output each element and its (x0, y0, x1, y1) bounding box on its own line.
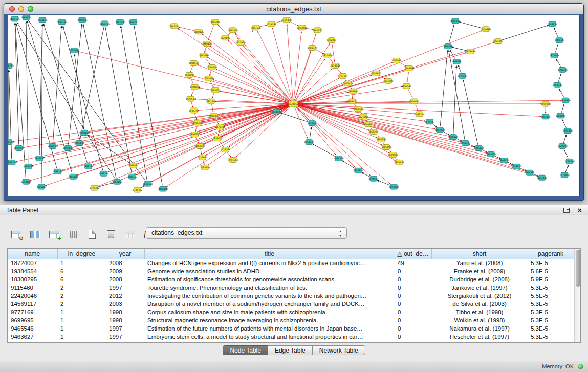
graph-node[interactable]: 1921536 (251, 25, 261, 30)
table-cell[interactable]: 2003 (106, 300, 144, 308)
graph-node[interactable]: 1806472 (347, 99, 357, 104)
table-cell[interactable]: 9699695 (8, 316, 57, 324)
rows-icon[interactable] (67, 229, 79, 240)
graph-node[interactable]: 1843036 (185, 72, 195, 77)
table-cell[interactable]: 2008 (106, 275, 144, 283)
graph-node[interactable]: 1906334 (557, 67, 568, 72)
graph-node[interactable]: 1853158 (143, 181, 153, 186)
graph-node[interactable]: 1906321 (448, 135, 459, 140)
graph-node[interactable]: 1906154 (68, 174, 78, 179)
graph-node[interactable]: 1224188 (266, 21, 276, 27)
graph-node[interactable]: 1724052 (288, 101, 298, 107)
graph-node[interactable]: 1835022 (210, 87, 221, 93)
graph-node[interactable]: 1986420 (202, 41, 212, 47)
table-cell[interactable]: 6 (57, 275, 106, 283)
table-cell[interactable]: Corpus callosum shape and size in male p… (144, 308, 395, 316)
graph-node[interactable]: 1875431 (215, 124, 226, 129)
table-cell[interactable]: 22420046 (8, 292, 57, 300)
graph-node[interactable]: 1853338 (562, 128, 573, 134)
tab-node-table[interactable]: Node Table (223, 345, 268, 355)
graph-node[interactable]: 1927514 (186, 96, 196, 101)
graph-node[interactable]: 2043180 (199, 53, 209, 58)
graph-node[interactable]: 1891327 (190, 132, 200, 137)
graph-node[interactable]: 2204907 (363, 122, 374, 127)
graph-node[interactable]: 1866791 (452, 59, 462, 64)
table-settings-icon[interactable]: ⚙ (10, 229, 23, 240)
table-cell[interactable]: 2 (57, 292, 106, 300)
graph-node[interactable]: 1154491 (409, 99, 420, 104)
graph-node[interactable]: 1906157 (127, 174, 138, 179)
graph-node[interactable]: 1906415 (77, 17, 88, 23)
table-row[interactable]: 1872400712008Changes of HCN gene express… (8, 259, 574, 267)
graph-node[interactable]: 1942752 (189, 108, 199, 113)
table-cell[interactable]: 2009 (106, 267, 144, 275)
table-cell[interactable]: 0 (395, 308, 431, 316)
table-cell[interactable]: 9777169 (8, 308, 57, 316)
graph-node[interactable]: 1321603 (358, 114, 368, 119)
table-cell[interactable]: 5.5E-5 (528, 292, 574, 300)
graph-node[interactable]: 1857515 (402, 83, 412, 89)
column-header[interactable]: title (144, 249, 395, 259)
graph-node[interactable]: 1853312 (128, 19, 139, 25)
table-row[interactable]: 946362711997Embryonic stem cells: a mode… (8, 333, 574, 341)
graph-node[interactable]: 1950136 (79, 130, 90, 136)
graph-node[interactable]: 1853319 (389, 184, 399, 189)
table-cell[interactable]: 0 (395, 283, 431, 292)
graph-node[interactable]: 1851542 (206, 99, 216, 104)
graph-node[interactable]: 1905155 (99, 171, 109, 176)
table-cell[interactable]: 14569117 (8, 300, 57, 308)
graph-node[interactable]: 1853320 (435, 127, 445, 133)
graph-node[interactable]: 1827344 (549, 53, 559, 58)
graph-node[interactable]: 2060504 (48, 144, 58, 149)
graph-node[interactable]: 1860125 (194, 29, 204, 34)
window-titlebar[interactable]: citations_edges.txt (4, 4, 583, 14)
graph-node[interactable]: 1895754 (376, 137, 386, 142)
graph-node[interactable]: 1906330 (450, 18, 461, 24)
graph-node[interactable]: 1913544 (195, 144, 205, 149)
table-cell[interactable]: 1 (57, 259, 106, 267)
graph-node[interactable]: 1906332 (554, 38, 564, 43)
table-cell[interactable]: 1 (57, 308, 106, 316)
table-cell[interactable]: 18724007 (8, 259, 57, 267)
table-cell[interactable]: Structural magnetic resonance image aver… (144, 316, 395, 324)
table-cell[interactable]: Nakamura et al. (1997) (431, 324, 528, 333)
graph-node[interactable]: 2053100 (69, 48, 79, 53)
table-cell[interactable]: de Silva et al. (2003) (431, 300, 528, 308)
table-cell[interactable]: 5.3E-5 (528, 316, 574, 324)
graph-node[interactable]: 1972415 (228, 28, 238, 33)
graph-node[interactable]: 1924503 (368, 176, 379, 181)
column-header[interactable]: name (8, 249, 57, 259)
graph-node[interactable]: 1924502 (525, 170, 535, 175)
table-cell[interactable]: Estimation of significance thresholds fo… (144, 275, 395, 283)
graph-node[interactable]: 1973493 (466, 49, 476, 54)
graph-node[interactable]: 1664091 (297, 25, 307, 30)
table-cell[interactable]: Franke et al. (2009) (431, 267, 528, 275)
graph-node[interactable]: 1679197 (425, 119, 435, 124)
graph-node[interactable]: 1603400 (555, 113, 565, 118)
close-button[interactable] (9, 6, 15, 12)
graph-node[interactable]: 1906716 (193, 120, 203, 125)
float-panel-icon[interactable] (563, 208, 570, 213)
graph-node[interactable]: 1853104 (10, 16, 20, 21)
show-columns-icon[interactable] (29, 229, 41, 240)
table-cell[interactable]: 9115460 (8, 283, 57, 292)
new-table-icon[interactable] (86, 229, 98, 240)
graph-node[interactable]: 1853317 (353, 168, 363, 173)
graph-node[interactable]: 1853160 (21, 179, 31, 184)
table-cell[interactable]: 5.3E-5 (528, 259, 574, 267)
graph-node[interactable]: 1160742 (353, 106, 363, 112)
table-cell[interactable]: 5.3E-5 (528, 300, 574, 308)
table-cell[interactable]: Genome-wide association studies in ADHD. (144, 267, 395, 275)
zoom-button[interactable] (28, 6, 33, 12)
table-cell[interactable]: 2 (57, 300, 106, 308)
table-row[interactable]: 2242004622012Investigating the contribut… (8, 292, 574, 300)
graph-node[interactable]: 1603401 (540, 114, 551, 119)
graph-node[interactable]: 1853156 (112, 179, 122, 184)
table-cell[interactable]: 49 (395, 259, 431, 267)
table-scrollbar[interactable] (574, 249, 581, 342)
table-cell[interactable]: 1997 (106, 324, 144, 333)
graph-node[interactable]: 1853331 (547, 21, 557, 27)
graph-node[interactable]: 1935416 (394, 160, 404, 165)
graph-node[interactable]: 1950352 (14, 146, 24, 151)
graph-node[interactable]: 1853153 (53, 169, 63, 174)
